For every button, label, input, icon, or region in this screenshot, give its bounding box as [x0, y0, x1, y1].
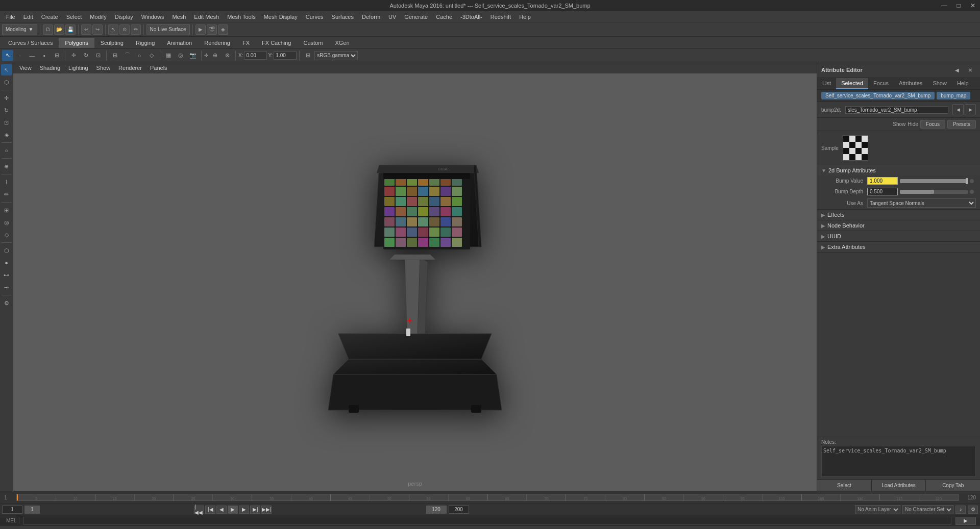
ae-section-bump-header[interactable]: ▼ 2d Bump Attributes — [817, 165, 980, 175]
vp-menu-show[interactable]: Show — [92, 64, 115, 72]
cluster-btn[interactable]: ⬡ — [1, 245, 12, 256]
ae-expand-icon[interactable]: ◀ — [952, 104, 964, 115]
rotate-tool-icon[interactable]: ↻ — [80, 50, 91, 61]
ae-tab-help[interactable]: Help — [952, 78, 974, 89]
paint-select-btn[interactable]: ⬡ — [1, 77, 12, 88]
bump-value-input[interactable] — [867, 177, 898, 185]
save-scene-icon[interactable]: 💾 — [65, 24, 76, 35]
minimize-button[interactable]: — — [937, 0, 951, 11]
viewport[interactable]: View Shading Lighting Show Renderer Pane… — [13, 62, 817, 491]
menu-generate[interactable]: Generate — [400, 13, 432, 21]
menu-display[interactable]: Display — [111, 13, 137, 21]
tab-xgen[interactable]: XGen — [329, 38, 355, 48]
select-tool-icon[interactable]: ↖ — [108, 24, 118, 35]
translate-x-input[interactable] — [244, 52, 267, 60]
snap-grid-icon[interactable]: ⊞ — [109, 50, 120, 61]
snap-live-btn[interactable]: ◇ — [1, 229, 12, 240]
ae-tab-list[interactable]: List — [817, 78, 836, 89]
soft-select-icon[interactable]: ⊗ — [222, 50, 233, 61]
tab-sculpting[interactable]: Sculpting — [94, 38, 130, 48]
ikhandle-btn[interactable]: ⊷ — [1, 269, 12, 281]
ae-section-uuid-header[interactable]: ▶ UUID — [817, 231, 980, 241]
snap-surface-icon[interactable]: ◇ — [146, 50, 157, 61]
ae-node-value-input[interactable] — [845, 106, 948, 114]
bindpose-btn[interactable]: ⊸ — [1, 282, 12, 293]
soft-select-btn[interactable]: ○ — [1, 145, 12, 156]
tab-rigging[interactable]: Rigging — [130, 38, 161, 48]
ae-collapse-icon[interactable]: ◀ — [951, 64, 963, 75]
menu-windows[interactable]: Windows — [137, 13, 168, 21]
vp-menu-view[interactable]: View — [15, 64, 36, 72]
move-tool-icon[interactable]: ✛ — [68, 50, 79, 61]
menu-curves[interactable]: Curves — [302, 13, 328, 21]
bump-value-slider[interactable] — [900, 179, 968, 183]
tab-polygons[interactable]: Polygons — [59, 38, 94, 48]
ae-tab-focus[interactable]: Focus — [868, 78, 894, 89]
mel-python-selector[interactable]: MEL — [4, 518, 19, 523]
new-scene-icon[interactable]: 🗋 — [43, 24, 53, 35]
bump-depth-input[interactable] — [867, 188, 898, 195]
redo-icon[interactable]: ↪ — [92, 24, 103, 35]
joint-btn[interactable]: ● — [1, 257, 12, 268]
vp-menu-panels[interactable]: Panels — [146, 64, 172, 72]
translate-y-input[interactable] — [274, 52, 297, 60]
current-frame-input[interactable] — [24, 506, 40, 514]
menu-mesh[interactable]: Mesh — [168, 13, 190, 21]
snap-curve-icon[interactable]: ⌒ — [121, 50, 133, 61]
play-end-btn[interactable]: ▶▶| — [261, 506, 272, 514]
menu-mesh-tools[interactable]: Mesh Tools — [223, 13, 259, 21]
face-mode-icon[interactable]: ▪ — [39, 50, 50, 61]
ae-notes-textarea[interactable]: Self_service_scales_Tornado_var2_SM_bump — [821, 446, 976, 476]
script-input[interactable] — [23, 517, 951, 525]
restore-button[interactable]: □ — [951, 0, 966, 11]
isolate-select-icon[interactable]: ◎ — [175, 50, 186, 61]
lassoselect-btn[interactable]: ⌇ — [1, 177, 12, 188]
paintop-btn[interactable]: ✏ — [1, 189, 12, 200]
menu-edit-mesh[interactable]: Edit Mesh — [190, 13, 223, 21]
snap-point-icon[interactable]: ○ — [134, 50, 145, 61]
vp-menu-shading[interactable]: Shading — [36, 64, 64, 72]
scale-btn[interactable]: ⊡ — [1, 117, 12, 128]
vp-menu-renderer[interactable]: Renderer — [114, 64, 146, 72]
vertex-mode-icon[interactable]: · — [14, 50, 26, 61]
ae-close-icon[interactable]: ✕ — [965, 64, 976, 75]
range-max-input[interactable] — [449, 506, 469, 514]
menu-3dtall[interactable]: -3DtoAll- — [456, 13, 486, 21]
menu-surfaces[interactable]: Surfaces — [328, 13, 358, 21]
next-keyframe-btn[interactable]: ▶| — [250, 506, 260, 514]
play-forward-btn[interactable]: ▶ — [228, 506, 238, 514]
range-end-input[interactable] — [426, 506, 447, 514]
rotate-btn[interactable]: ↻ — [1, 105, 12, 116]
ae-load-attrs-btn[interactable]: Load Attributes — [872, 480, 926, 491]
open-scene-icon[interactable]: 📂 — [54, 24, 64, 35]
snap-point-btn[interactable]: ◎ — [1, 217, 12, 228]
render-icon[interactable]: ▶ — [195, 24, 206, 35]
prev-frame-btn[interactable]: ◀ — [216, 506, 227, 514]
menu-file[interactable]: File — [2, 13, 19, 21]
ae-tab-show[interactable]: Show — [927, 78, 952, 89]
sound-btn[interactable]: ♪ — [955, 506, 966, 514]
ae-tab-attributes[interactable]: Attributes — [894, 78, 927, 89]
script-run-btn[interactable]: ▶ — [955, 517, 976, 525]
ae-section-node-behavior-header[interactable]: ▶ Node Behavior — [817, 220, 980, 231]
select-tool-btn[interactable]: ↖ — [1, 64, 12, 75]
tab-animation[interactable]: Animation — [161, 38, 198, 48]
move-btn[interactable]: ✛ — [1, 92, 12, 104]
ae-copy-tab-btn[interactable]: Copy Tab — [926, 480, 980, 491]
timeline-playhead[interactable] — [17, 494, 18, 500]
tab-curves-surfaces[interactable]: Curves / Surfaces — [2, 38, 59, 48]
scale-tool-icon[interactable]: ⊡ — [92, 50, 104, 61]
menu-cache[interactable]: Cache — [432, 13, 456, 21]
grid-icon[interactable]: ⊞ — [302, 50, 313, 61]
anim-layer-select[interactable]: No Anim Layer — [855, 505, 900, 514]
ae-sample-swatch[interactable] — [843, 135, 868, 161]
camera-icon[interactable]: 📷 — [187, 50, 199, 61]
menu-help[interactable]: Help — [515, 13, 535, 21]
no-live-surface-btn[interactable]: No Live Surface — [146, 24, 190, 35]
ae-section-extra-attrs-header[interactable]: ▶ Extra Attributes — [817, 242, 980, 252]
close-button[interactable]: ✕ — [966, 0, 980, 11]
menu-select[interactable]: Select — [62, 13, 86, 21]
select-mode-icon[interactable]: ↖ — [2, 50, 13, 61]
char-set-select[interactable]: No Character Set — [902, 505, 953, 514]
menu-deform[interactable]: Deform — [358, 13, 384, 21]
